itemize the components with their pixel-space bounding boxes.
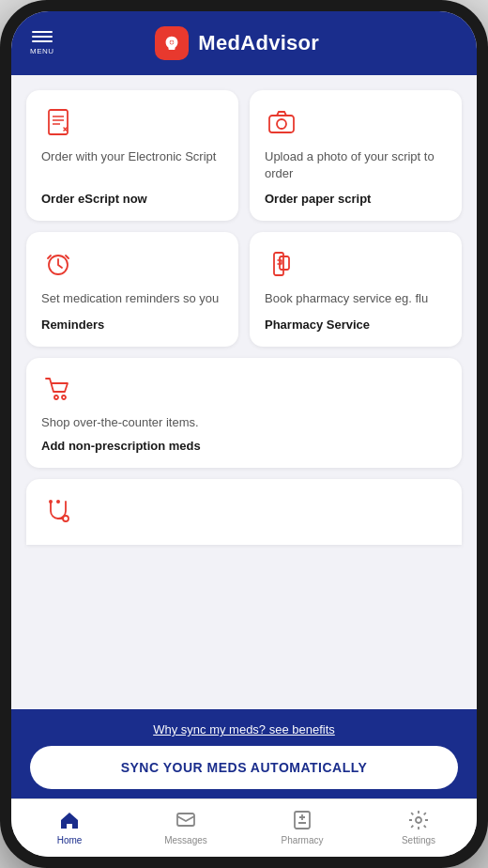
escript-icon [41, 105, 75, 139]
nav-settings-label: Settings [402, 835, 435, 845]
logo-icon [155, 26, 189, 60]
home-icon [58, 809, 81, 831]
paper-description: Upload a photo of your script to order [265, 148, 447, 182]
menu-bar-2 [32, 36, 53, 38]
pharmacy-service-icon [265, 247, 298, 281]
sync-benefits-link[interactable]: Why sync my meds? see benefits [30, 722, 458, 736]
header: MENU MedAdvisor [11, 11, 477, 75]
svg-point-3 [277, 119, 286, 129]
reminders-card[interactable]: Set medication reminders so you Reminder… [26, 232, 238, 346]
nav-pharmacy-label: Pharmacy [281, 835, 323, 845]
sync-button-text: SYNC YOUR MEDS AUTOMATICALLY [121, 760, 368, 775]
escript-action: Order eScript now [41, 192, 223, 206]
stethoscope-icon [41, 494, 75, 528]
pharmacy-nav-icon [291, 809, 313, 831]
medadvisor-logo-icon [161, 33, 182, 54]
pharmacy-service-card[interactable]: Book pharmacy service eg. flu Pharmacy S… [250, 232, 462, 346]
reminders-action: Reminders [41, 318, 223, 332]
cart-icon [41, 373, 75, 407]
nav-home-label: Home [57, 835, 83, 845]
card-grid: Order with your Electronic Script Order … [26, 90, 462, 347]
alarm-icon [41, 247, 75, 281]
paper-action: Order paper script [265, 192, 447, 206]
bottom-nav: Home Messages [11, 798, 477, 857]
paper-card[interactable]: Upload a photo of your script to order O… [250, 90, 462, 221]
svg-point-9 [63, 516, 69, 521]
svg-point-11 [56, 500, 60, 504]
menu-label: MENU [30, 47, 54, 55]
sync-banner: Why sync my meds? see benefits SYNC YOUR… [11, 709, 477, 798]
nonprescription-card[interactable]: Shop over-the-counter items. Add non-pre… [26, 358, 462, 468]
main-content: Order with your Electronic Script Order … [11, 75, 477, 709]
svg-rect-12 [177, 814, 194, 826]
phone-screen: MENU MedAdvisor [11, 11, 477, 857]
escript-card[interactable]: Order with your Electronic Script Order … [26, 90, 238, 221]
svg-point-14 [416, 817, 421, 823]
app-name: MedAdvisor [198, 31, 319, 55]
svg-point-10 [49, 500, 53, 504]
messages-icon [175, 809, 197, 831]
svg-rect-2 [269, 116, 294, 132]
sync-button[interactable]: SYNC YOUR MEDS AUTOMATICALLY [30, 746, 458, 789]
reminders-description: Set medication reminders so you [41, 290, 223, 307]
svg-point-7 [54, 395, 58, 399]
settings-icon [407, 809, 430, 831]
menu-bar-3 [32, 40, 53, 42]
pharmacy-action: Pharmacy Service [265, 318, 447, 332]
svg-rect-1 [49, 110, 68, 134]
partial-card[interactable] [26, 479, 462, 545]
nav-messages[interactable]: Messages [128, 799, 244, 857]
menu-button[interactable]: MENU [30, 31, 54, 55]
nonprescription-action: Add non-prescription meds [41, 439, 447, 453]
nav-messages-label: Messages [164, 835, 207, 845]
nav-home[interactable]: Home [11, 799, 128, 857]
menu-bar-1 [32, 31, 53, 33]
nonprescription-description: Shop over-the-counter items. [41, 414, 447, 431]
nav-settings[interactable]: Settings [360, 799, 477, 857]
pharmacy-description: Book pharmacy service eg. flu [265, 290, 447, 307]
escript-description: Order with your Electronic Script [41, 148, 223, 182]
svg-point-8 [62, 395, 66, 399]
phone-frame: MENU MedAdvisor [0, 0, 488, 868]
camera-icon [265, 105, 298, 139]
nav-pharmacy[interactable]: Pharmacy [244, 799, 360, 857]
logo-container: MedAdvisor [66, 26, 409, 60]
